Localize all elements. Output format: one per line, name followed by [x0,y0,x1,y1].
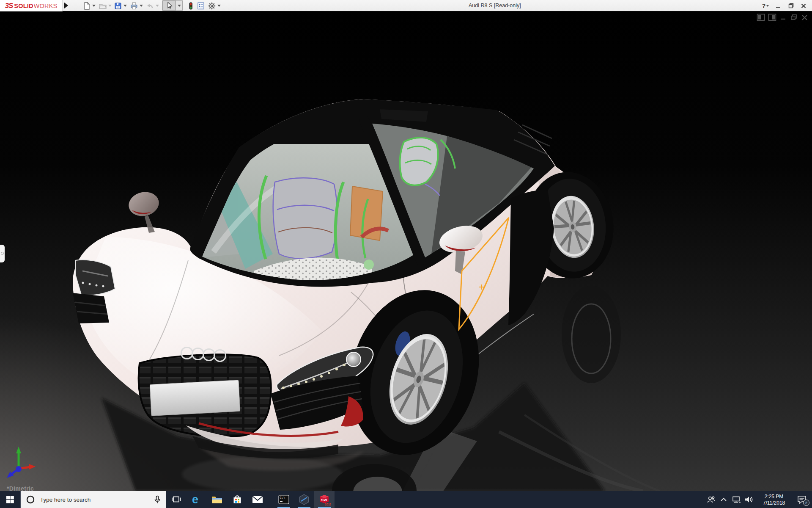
search-placeholder: Type here to search [40,497,149,503]
action-center-button[interactable]: 2 [793,491,810,508]
store-button[interactable] [227,491,247,508]
system-tray: 2:25 PM 7/11/2018 2 [705,491,812,508]
save-dropdown-caret[interactable] [123,5,127,7]
windows-start-icon [6,496,14,503]
undo-icon [146,2,154,10]
mail-button[interactable] [247,491,268,508]
hexagon-app-button[interactable] [294,491,314,508]
people-button[interactable] [705,491,716,508]
edge-button[interactable]: e [187,491,207,508]
side-blade [508,190,554,325]
command-prompt-icon: C:\ [278,494,289,505]
solidworks-2017-button[interactable]: SW 2017 [314,491,335,508]
taskbar-search-input[interactable]: Type here to search [20,491,166,508]
network-icon [732,496,741,503]
clock[interactable]: 2:25 PM 7/11/2018 [756,493,792,506]
undo-button[interactable] [145,1,155,10]
options-button[interactable] [207,1,217,10]
network-button[interactable] [731,491,742,508]
edge-icon: e [191,494,202,505]
solidworks-2017-icon: SW 2017 [318,493,331,506]
print-icon [130,2,138,10]
file-explorer-icon [211,495,222,504]
document-title: Audi R8 S [Read-only] [469,0,521,11]
rebuild-button[interactable] [186,1,195,10]
menu-flyout-arrow-icon[interactable] [64,3,68,8]
tray-time: 2:25 PM [756,494,792,500]
gear-icon [208,2,216,10]
new-document-button[interactable] [82,1,91,10]
new-document-icon [82,2,91,10]
feature-panel-collapsed-tab[interactable] [0,245,5,262]
volume-icon [744,496,754,503]
people-icon [707,496,715,503]
svg-text:e: e [192,494,198,505]
chevron-up-icon [720,497,727,502]
doc-restore-icon[interactable] [790,14,798,21]
select-cursor-icon [165,1,173,10]
doc-minimize-icon[interactable] [779,14,787,21]
license-plate [150,380,240,416]
traffic-light-icon [187,2,195,10]
cortana-icon [26,495,35,504]
open-icon [99,2,107,10]
left-mirror[interactable] [126,189,161,233]
print-dropdown-caret[interactable] [140,5,143,7]
start-button[interactable] [0,491,20,508]
microphone-icon[interactable] [154,495,161,504]
close-icon [801,3,806,8]
select-dropdown-button[interactable] [176,0,183,11]
document-window-controls [757,14,809,21]
pane-left-icon[interactable] [757,14,765,21]
command-prompt-button[interactable]: C:\ [274,491,294,508]
file-explorer-button[interactable] [207,491,227,508]
svg-text:2017: 2017 [325,503,331,506]
restore-icon [788,3,794,8]
windows-taskbar: Type here to search e C:\ SW 2017 [0,491,812,508]
svg-text:C:\: C:\ [280,496,285,500]
options-dropdown-caret[interactable] [217,5,221,7]
graphics-viewport[interactable]: *Dimetric [0,11,812,491]
print-button[interactable] [129,1,139,10]
doc-close-icon[interactable] [801,14,809,21]
panel-tab-dot-icon [1,252,4,255]
minimize-icon [776,3,781,8]
save-icon [114,2,122,10]
select-tool-button[interactable] [162,0,176,11]
mail-icon [252,495,263,504]
solidworks-logo: 3S SOLID WORKS [0,0,63,11]
task-view-icon [172,495,181,504]
undo-dropdown-caret[interactable] [156,5,159,7]
projector-lens [346,352,361,367]
logo-text-works: WORKS [34,3,58,9]
ds-logo-icon: 3S [5,2,13,10]
reference-triad-icon [2,445,40,481]
car-model-3d[interactable] [0,11,812,491]
volume-button[interactable] [743,491,754,508]
save-button[interactable] [113,1,123,10]
tray-overflow-button[interactable] [718,491,729,508]
properties-form-icon [197,2,205,10]
titlebar: 3S SOLID WORKS Audi R8 S [Read-only] ? [0,0,812,11]
file-properties-button[interactable] [196,1,206,10]
left-intake [73,293,109,323]
close-button[interactable] [798,0,809,11]
new-dropdown-caret[interactable] [92,5,96,7]
task-view-button[interactable] [166,491,187,508]
minimize-button[interactable] [772,0,784,11]
logo-text-solid: SOLID [14,3,33,9]
notification-badge: 2 [803,500,809,506]
open-dropdown-caret[interactable] [108,5,112,7]
tray-date: 7/11/2018 [756,500,792,506]
hexagon-app-icon [299,494,310,505]
restore-button[interactable] [785,0,797,11]
pane-right-icon[interactable] [768,14,776,21]
open-button[interactable] [98,1,107,10]
svg-text:SW: SW [321,498,327,502]
help-dropdown-caret [766,5,769,7]
help-button[interactable]: ? [760,0,771,11]
store-icon [232,494,242,505]
